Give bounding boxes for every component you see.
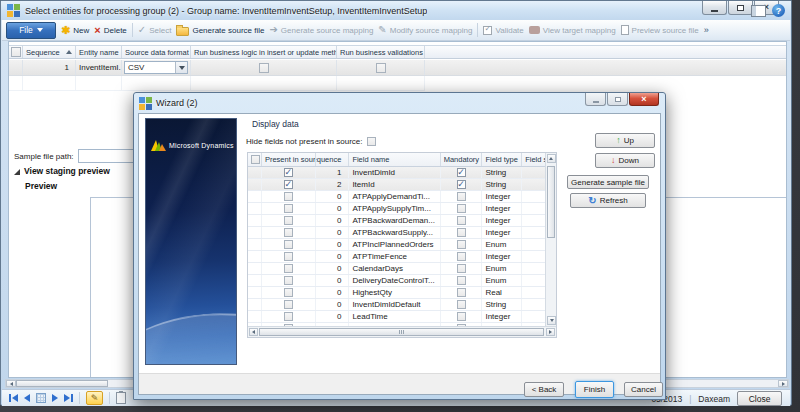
- mandatory-checkbox[interactable]: [457, 276, 466, 285]
- down-button[interactable]: ↓ Down: [595, 153, 655, 168]
- field-row[interactable]: 0 ATPBackwardDeman... Integer: [248, 215, 545, 227]
- mandatory-checkbox[interactable]: [457, 300, 466, 309]
- file-menu-button[interactable]: File: [6, 22, 56, 39]
- row-selector-cell[interactable]: [248, 275, 262, 286]
- refresh-button[interactable]: ↻ Refresh: [570, 193, 646, 208]
- up-button[interactable]: ↑ Up: [595, 133, 655, 148]
- row-selector-cell[interactable]: [248, 227, 262, 238]
- last-record-button[interactable]: [64, 394, 73, 402]
- scroll-up-button[interactable]: [547, 154, 556, 163]
- minimize-button[interactable]: [702, 1, 727, 15]
- row-selector-cell[interactable]: [248, 215, 262, 226]
- field-row[interactable]: 0 ATPApplySupplyTim... Integer: [248, 203, 545, 215]
- mandatory-checkbox[interactable]: [457, 228, 466, 237]
- column-field-type[interactable]: Field type: [482, 153, 522, 166]
- generate-source-mapping-button[interactable]: ➔ Generate source mapping: [269, 25, 373, 35]
- scroll-right-button[interactable]: [546, 328, 555, 336]
- present-checkbox[interactable]: [284, 228, 293, 237]
- grid-view-button[interactable]: [36, 393, 46, 403]
- grid-column-run-business-validations[interactable]: Run business validations: [337, 46, 425, 58]
- row-selector[interactable]: [9, 60, 23, 75]
- mandatory-checkbox[interactable]: [457, 192, 466, 201]
- help-icon[interactable]: ?: [772, 4, 785, 17]
- field-row[interactable]: 0 LeadTime Integer: [248, 311, 545, 323]
- grid-select-all[interactable]: [9, 46, 23, 58]
- view-target-mapping-button[interactable]: View target mapping: [529, 26, 616, 35]
- field-row[interactable]: 0 ATPBackwardSupply... Integer: [248, 227, 545, 239]
- modify-source-mapping-button[interactable]: ✎ Modify source mapping: [378, 25, 472, 35]
- present-checkbox[interactable]: [284, 300, 293, 309]
- field-row[interactable]: 0 DeliveryDateControlT... Enum: [248, 275, 545, 287]
- title-bar[interactable]: Select entities for processing group (2)…: [1, 1, 791, 20]
- wizard-minimize-button[interactable]: [585, 93, 606, 106]
- mandatory-checkbox[interactable]: [457, 204, 466, 213]
- present-checkbox[interactable]: [284, 312, 293, 321]
- row-selector-cell[interactable]: [248, 191, 262, 202]
- present-checkbox[interactable]: [284, 288, 293, 297]
- present-checkbox[interactable]: [284, 180, 293, 189]
- table-vertical-scrollbar[interactable]: [545, 153, 556, 326]
- mandatory-checkbox[interactable]: [457, 312, 466, 321]
- mandatory-checkbox[interactable]: [457, 288, 466, 297]
- wizard-maximize-button[interactable]: [607, 93, 628, 106]
- scroll-right-button[interactable]: [778, 380, 788, 387]
- field-row[interactable]: 0 ATPInclPlannedOrders Enum: [248, 239, 545, 251]
- column-present-in-source[interactable]: Present in source: [262, 153, 316, 166]
- panes-icon[interactable]: [751, 5, 766, 17]
- mandatory-checkbox[interactable]: [457, 264, 466, 273]
- column-sequence[interactable]: Sequence: [316, 153, 350, 166]
- table-select-all-checkbox[interactable]: [251, 155, 260, 164]
- mandatory-checkbox[interactable]: [457, 168, 466, 177]
- format-dropdown-button[interactable]: [175, 62, 187, 73]
- present-checkbox[interactable]: [284, 204, 293, 213]
- row-selector-cell[interactable]: [248, 251, 262, 262]
- row-selector-cell[interactable]: [248, 179, 262, 190]
- format-combobox[interactable]: CSV: [124, 61, 188, 74]
- hide-fields-checkbox[interactable]: [367, 137, 376, 146]
- mandatory-checkbox[interactable]: [457, 240, 466, 249]
- present-checkbox[interactable]: [284, 216, 293, 225]
- preview-source-file-button[interactable]: Preview source file: [621, 25, 699, 35]
- field-row[interactable]: 2 ItemId String: [248, 179, 545, 191]
- grid-column-sequence[interactable]: Sequence: [23, 46, 76, 58]
- field-row[interactable]: 0 HighestQty Real: [248, 287, 545, 299]
- previous-record-button[interactable]: [24, 394, 30, 402]
- generate-source-file-button[interactable]: Generate source file: [176, 25, 264, 36]
- present-checkbox[interactable]: [284, 168, 293, 177]
- row-selector-cell[interactable]: [248, 287, 262, 298]
- present-checkbox[interactable]: [284, 240, 293, 249]
- grid-row[interactable]: 1 InventItemI... CSV: [9, 60, 786, 76]
- mandatory-checkbox[interactable]: [457, 216, 466, 225]
- column-field-name[interactable]: Field name: [349, 153, 440, 166]
- close-button[interactable]: Close: [737, 391, 782, 406]
- cancel-button[interactable]: Cancel: [624, 382, 663, 397]
- select-button[interactable]: ✓ Select: [138, 25, 172, 35]
- scroll-down-button[interactable]: [547, 316, 556, 325]
- mandatory-checkbox[interactable]: [457, 252, 466, 261]
- validate-button[interactable]: Validate: [483, 26, 523, 35]
- vertical-scrollbar-thumb[interactable]: [547, 166, 555, 238]
- clipboard-icon[interactable]: [116, 392, 126, 404]
- grid-column-source-data-format[interactable]: Source data format: [122, 46, 191, 58]
- tree-item-preview[interactable]: Preview: [25, 181, 57, 191]
- row-selector-cell[interactable]: [248, 263, 262, 274]
- run-validations-checkbox[interactable]: [376, 63, 386, 73]
- mandatory-checkbox[interactable]: [457, 180, 466, 189]
- field-row[interactable]: 1 InventDimId String: [248, 167, 545, 179]
- edit-mode-button[interactable]: ✎: [86, 391, 103, 405]
- column-mandatory[interactable]: Mandatory: [441, 153, 483, 166]
- present-checkbox[interactable]: [284, 192, 293, 201]
- scroll-left-button[interactable]: [6, 380, 16, 387]
- column-field-size[interactable]: Field s: [522, 153, 545, 166]
- field-row[interactable]: 0 InventDimIdDefault String: [248, 299, 545, 311]
- generate-sample-file-button[interactable]: Generate sample file: [567, 175, 649, 189]
- finish-button[interactable]: Finish: [575, 381, 614, 398]
- row-selector-cell[interactable]: [248, 311, 262, 322]
- tree-expander-icon[interactable]: [14, 169, 20, 175]
- table-select-all-cell[interactable]: [248, 153, 262, 166]
- table-horizontal-scrollbar[interactable]: [248, 326, 556, 337]
- back-button[interactable]: < Back: [524, 382, 564, 397]
- scroll-left-button[interactable]: [249, 328, 258, 336]
- field-row[interactable]: 0 ATPTimeFence Integer: [248, 251, 545, 263]
- new-button[interactable]: ✱ New: [61, 25, 89, 36]
